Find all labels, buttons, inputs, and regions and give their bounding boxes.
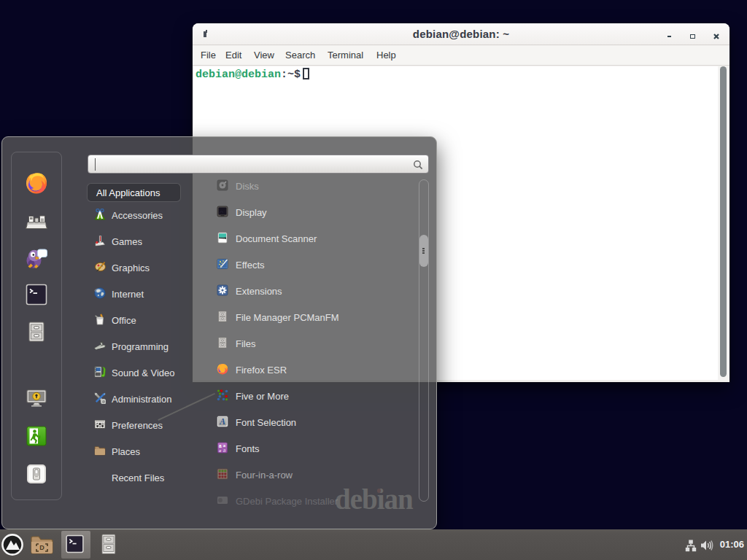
svg-text:A: A bbox=[219, 417, 225, 426]
svg-text:a: a bbox=[223, 448, 226, 453]
svg-text:D: D bbox=[39, 544, 44, 551]
